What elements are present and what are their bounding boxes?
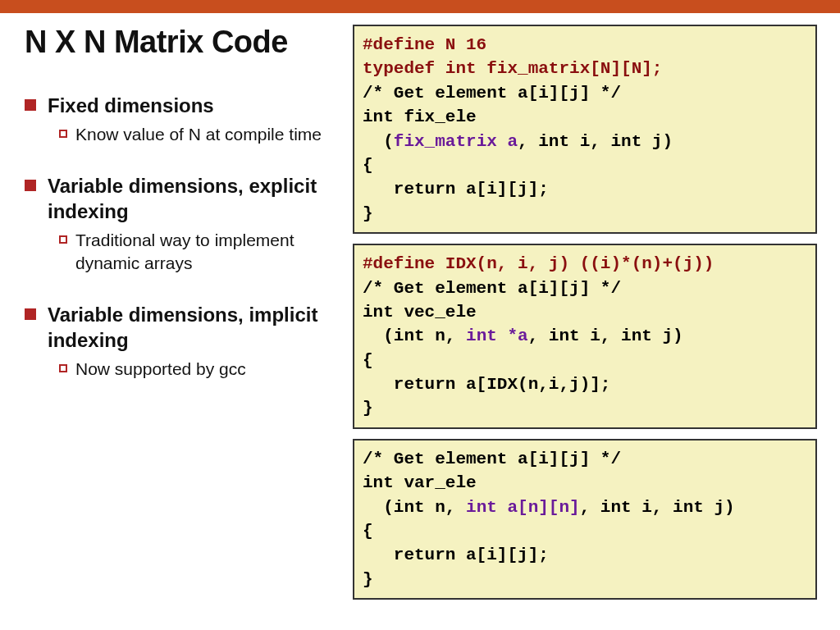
hollow-square-icon [59,235,67,244]
code-line: } [363,399,373,418]
list-item: Variable dimensions, explicit indexing T… [25,173,345,276]
code-line: int fix_ele [363,107,477,126]
code-block-implicit: /* Get element a[i][j] */ int var_ele (i… [353,439,817,600]
code-span: (int n, [363,498,466,517]
list-item: Know value of N at compile time [59,123,345,146]
page-title: N X N Matrix Code [25,25,345,60]
code-span: (int n, [363,326,466,345]
list-item: Traditional way to implement dynamic arr… [59,229,345,276]
hollow-square-icon [59,364,67,372]
code-line: { [363,522,373,541]
code-line: #define N 16 [363,35,486,54]
hollow-square-icon [59,130,67,138]
square-bullet-icon [25,99,36,111]
code-line: return a[i][j]; [363,180,549,199]
list-item: Now supported by gcc [59,358,345,381]
code-span: ( [363,132,394,151]
code-line: { [363,156,373,175]
code-block-fixed: #define N 16 typedef int fix_matrix[N][N… [353,25,817,234]
list-item: Fixed dimensions Know value of N at comp… [25,93,345,147]
code-span: fix_matrix a [394,132,518,151]
square-bullet-icon [25,308,36,320]
square-bullet-icon [25,180,36,191]
code-span: , int i, int j) [518,132,673,151]
code-line: } [363,570,373,589]
code-span: int *a [466,326,528,345]
bullet-heading: Variable dimensions, implicit indexing [48,302,345,353]
code-line: int vec_ele [363,303,477,322]
code-line: } [363,204,373,223]
code-block-explicit: #define IDX(n, i, j) ((i)*(n)+(j)) /* Ge… [353,244,817,429]
bullet-list: Fixed dimensions Know value of N at comp… [25,93,345,381]
code-line: { [363,351,373,370]
code-line: return a[i][j]; [363,546,549,564]
code-line: /* Get element a[i][j] */ [363,450,621,468]
list-item: Variable dimensions, implicit indexing N… [25,302,345,381]
code-span: , int i, int j) [580,498,735,517]
bullet-heading: Fixed dimensions [48,93,214,118]
code-line: int var_ele [363,473,477,492]
bullet-sub: Now supported by gcc [75,358,246,381]
code-span: , int i, int j) [528,326,683,345]
code-line: /* Get element a[i][j] */ [363,279,621,298]
bullet-sub: Know value of N at compile time [75,123,322,146]
code-line: return a[IDX(n,i,j)]; [363,375,610,394]
bullet-sub: Traditional way to implement dynamic arr… [75,229,345,276]
header-bar [0,0,840,13]
code-span: int a[n][n] [466,498,580,517]
bullet-heading: Variable dimensions, explicit indexing [48,173,345,224]
code-line: typedef int fix_matrix[N][N]; [363,59,662,78]
code-line: /* Get element a[i][j] */ [363,84,621,103]
code-line: #define IDX(n, i, j) ((i)*(n)+(j)) [363,254,714,273]
